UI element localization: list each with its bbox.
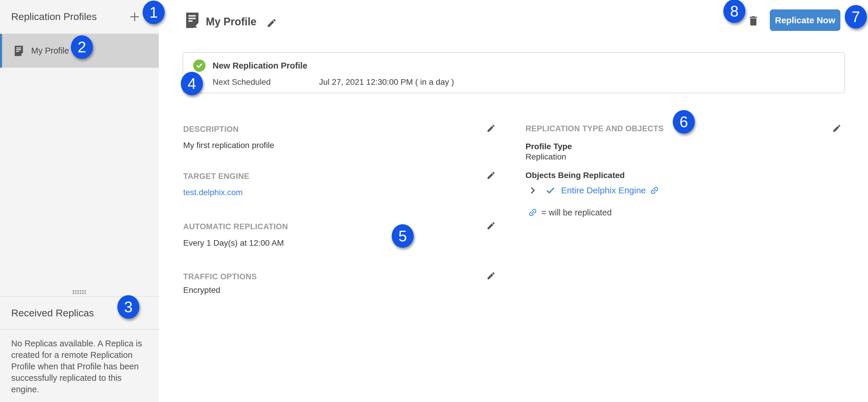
received-replicas-title: Received Replicas [11,307,94,319]
edit-traffic-options-pencil-icon[interactable] [486,271,496,281]
target-engine-label: TARGET ENGINE [183,172,249,181]
replication-type-label: REPLICATION TYPE AND OBJECTS [525,124,664,133]
edit-replication-type-pencil-icon[interactable] [832,124,841,133]
edit-profile-name-pencil-icon[interactable] [267,18,277,28]
annotation-badge-3: 3 [117,295,140,319]
profile-document-icon [186,12,198,29]
document-icon [15,46,23,56]
replicated-object-row: Entire Delphix Engine [529,185,659,195]
add-profile-button[interactable] [128,10,141,23]
trash-icon [747,15,760,27]
profile-type-value: Replication [525,152,566,162]
replication-legend: = will be replicated [528,207,612,218]
edit-automatic-replication-pencil-icon[interactable] [486,221,496,230]
entire-delphix-engine-link[interactable]: Entire Delphix Engine [561,185,646,195]
annotation-badge-2: 2 [71,35,93,59]
profile-type-label: Profile Type [525,142,572,151]
annotation-badge-4: 4 [181,72,203,95]
selected-indicator-bar [0,34,2,68]
objects-being-replicated-label: Objects Being Replicated [525,171,625,180]
automatic-replication-value: Every 1 Day(s) at 12:00 AM [183,238,284,248]
target-engine-link[interactable]: test.delphix.com [183,188,243,197]
description-label: DESCRIPTION [183,125,239,134]
next-scheduled-value: Jul 27, 2021 12:30:00 PM ( in a day ) [319,77,454,87]
plus-icon [129,11,140,22]
annotation-badge-5: 5 [392,224,414,248]
drag-dots-row [73,292,86,294]
main-panel: My Profile Replicate Now New Replication… [159,0,868,402]
check-icon [546,186,555,195]
page-title: My Profile [206,16,256,28]
sidebar-title: Replication Profiles [11,11,97,22]
success-check-circle-icon [193,59,206,72]
description-value: My first replication profile [183,141,274,150]
sidebar: Replication Profiles My Profile Received… [0,0,159,402]
app-root: Replication Profiles My Profile Received… [0,0,868,402]
status-card-title: New Replication Profile [213,61,307,70]
drag-handle-icon[interactable] [73,290,86,294]
link-icon [526,205,540,220]
next-scheduled-label: Next Scheduled [213,77,271,87]
legend-text: = will be replicated [541,208,612,218]
annotation-badge-8: 8 [723,0,745,23]
status-card: New Replication Profile Next Scheduled J… [183,52,845,93]
received-replicas-empty-text: No Replicas available. A Replica is crea… [11,338,150,395]
annotation-badge-7: 7 [845,5,867,29]
drag-dots-row [73,290,86,292]
edit-description-pencil-icon[interactable] [486,124,496,133]
automatic-replication-label: AUTOMATIC REPLICATION [183,222,288,231]
replicate-now-button[interactable]: Replicate Now [770,9,840,31]
traffic-options-value: Encrypted [183,285,220,295]
link-icon [647,183,661,198]
edit-target-engine-pencil-icon[interactable] [486,171,496,180]
replication-profiles-header: Replication Profiles [0,0,159,33]
traffic-options-label: TRAFFIC OPTIONS [183,272,257,281]
annotation-badge-1: 1 [143,1,165,24]
sidebar-item-label: My Profile [31,46,69,56]
annotation-badge-6: 6 [673,110,695,134]
delete-profile-button[interactable] [747,15,760,28]
chevron-right-icon[interactable] [529,186,537,195]
